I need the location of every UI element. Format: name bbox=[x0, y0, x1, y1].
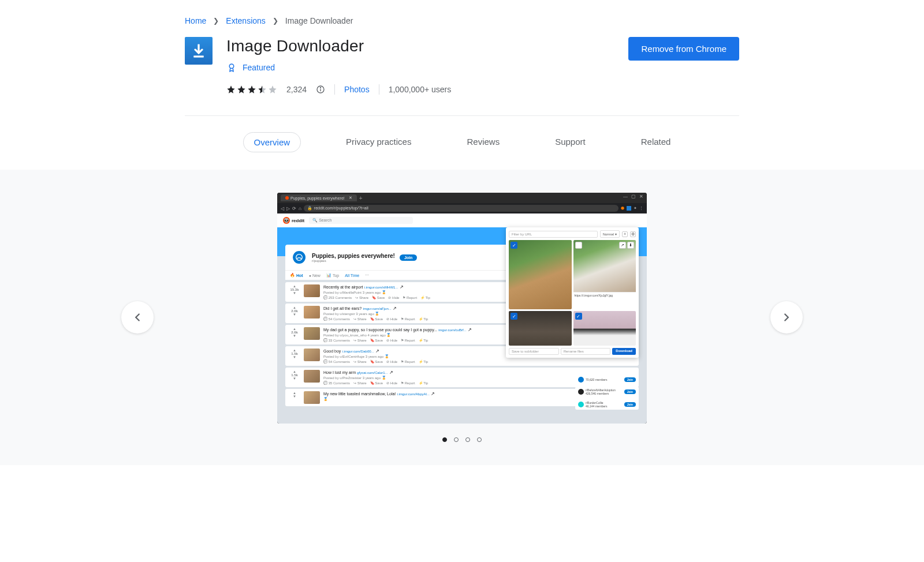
carousel-next-button[interactable] bbox=[770, 301, 803, 334]
tab-privacy[interactable]: Privacy practices bbox=[336, 132, 422, 152]
chevron-right-icon: ❯ bbox=[273, 17, 278, 25]
extension-header: Image Downloader Featured 2,324 bbox=[185, 37, 739, 115]
svg-point-1 bbox=[229, 64, 234, 69]
category-link[interactable]: Photos bbox=[344, 85, 370, 94]
download-icon: ⬇ bbox=[627, 242, 634, 249]
reddit-search: 🔍 Search bbox=[309, 217, 413, 224]
window-controls: —▢✕ bbox=[623, 194, 643, 199]
carousel-dot[interactable] bbox=[465, 437, 470, 442]
svg-rect-0 bbox=[195, 56, 203, 58]
star-empty-icon bbox=[268, 85, 277, 94]
user-count: 1,000,000+ users bbox=[389, 85, 452, 94]
plus-icon: + bbox=[622, 231, 628, 237]
breadcrumb-home[interactable]: Home bbox=[185, 16, 206, 25]
divider bbox=[379, 84, 379, 95]
tab-related[interactable]: Related bbox=[631, 132, 681, 152]
remove-from-chrome-button[interactable]: Remove from Chrome bbox=[628, 37, 739, 61]
chevron-right-icon bbox=[780, 311, 793, 324]
rating-stars bbox=[226, 85, 277, 94]
screenshot-carousel: —▢✕ Puppies, puppies everywhere!✕ + ◁ ▷ … bbox=[0, 170, 924, 465]
breadcrumb: Home ❯ Extensions ❯ Image Downloader bbox=[185, 0, 739, 37]
carousel-prev-button[interactable] bbox=[121, 301, 154, 334]
tab-support[interactable]: Support bbox=[545, 132, 596, 152]
extension-title: Image Downloader bbox=[226, 37, 451, 55]
carousel-dot[interactable] bbox=[454, 437, 459, 442]
carousel-dot[interactable] bbox=[477, 437, 482, 442]
screenshot-slide: —▢✕ Puppies, puppies everywhere!✕ + ◁ ▷ … bbox=[277, 193, 647, 424]
star-half-icon bbox=[258, 85, 267, 94]
carousel-dot[interactable] bbox=[442, 437, 447, 442]
chevron-right-icon: ❯ bbox=[213, 17, 219, 25]
star-icon bbox=[226, 85, 236, 94]
svg-point-4 bbox=[321, 87, 321, 88]
reddit-logo: 👽 reddit bbox=[283, 217, 304, 224]
divider bbox=[334, 84, 335, 95]
url-filter-input: Filter by URL bbox=[509, 231, 598, 238]
download-arrow-icon bbox=[190, 42, 207, 59]
rating-count: 2,324 bbox=[286, 85, 307, 94]
extension-popup: Filter by URL Normal ▾ + ⚙ ✓ ↗⬇ https://… bbox=[506, 227, 639, 358]
info-icon[interactable] bbox=[316, 85, 325, 94]
open-icon: ↗ bbox=[619, 242, 626, 249]
download-button: Download bbox=[612, 348, 636, 355]
star-icon bbox=[237, 85, 246, 94]
breadcrumb-current: Image Downloader bbox=[285, 16, 353, 25]
featured-label: Featured bbox=[243, 63, 275, 72]
breadcrumb-extensions[interactable]: Extensions bbox=[226, 16, 265, 25]
chevron-left-icon bbox=[131, 311, 144, 324]
tab-overview[interactable]: Overview bbox=[243, 132, 301, 152]
tab-bar: Overview Privacy practices Reviews Suppo… bbox=[185, 116, 739, 170]
carousel-dots bbox=[173, 437, 751, 442]
gear-icon: ⚙ bbox=[630, 231, 636, 237]
star-icon bbox=[247, 85, 256, 94]
extension-icon bbox=[185, 37, 213, 65]
featured-badge-icon bbox=[226, 62, 237, 73]
tab-reviews[interactable]: Reviews bbox=[456, 132, 510, 152]
